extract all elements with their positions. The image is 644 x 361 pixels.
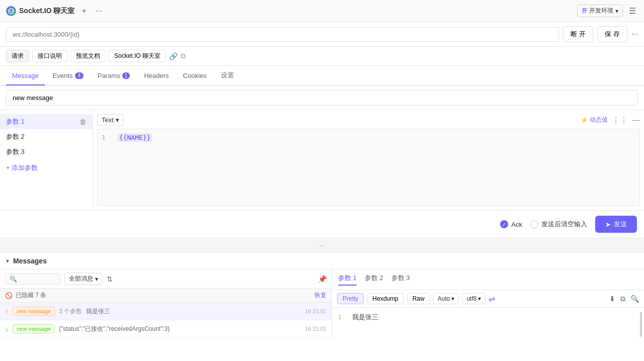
auto-select[interactable]: Auto ▾: [433, 293, 459, 304]
encoding-select[interactable]: utf8 ▾: [462, 293, 486, 304]
search-icon: 🔍: [10, 276, 17, 283]
detail-line-1: 1 我是张三: [338, 313, 638, 322]
send-label: 发送: [614, 220, 627, 229]
clear-after-send-checkbox[interactable]: 发送后清空输入: [530, 220, 587, 229]
app-logo: Socket.IO 聊天室: [6, 6, 74, 16]
type-selector[interactable]: Text ▾: [97, 114, 124, 126]
detail-tab-param3[interactable]: 参数 3: [391, 274, 410, 286]
tab-params-label: Params: [98, 72, 120, 79]
tab-events[interactable]: Events 4: [47, 67, 90, 85]
code-line-1: 1 {{NAME}}: [102, 133, 635, 142]
detail-tab-param2[interactable]: 参数 2: [365, 274, 383, 286]
message-badge-1: new message: [13, 307, 55, 316]
send-button[interactable]: ➤ 发送: [595, 216, 637, 233]
tab-settings-label: 设置: [221, 71, 234, 80]
sort-icon[interactable]: ⇅: [107, 275, 113, 283]
param-2-label: 参数 2: [6, 132, 25, 141]
messages-right-panel: 参数 1 参数 2 参数 3 Pretty Hexdump Raw Auto ▾…: [332, 269, 644, 338]
fmt-pretty-button[interactable]: Pretty: [337, 293, 364, 304]
param-item-3[interactable]: 参数 3: [0, 144, 93, 159]
wrap-icon[interactable]: ⇌: [489, 294, 495, 304]
env-label: 开发环境: [589, 7, 613, 15]
messages-title: Messages: [13, 257, 47, 265]
url-more-button[interactable]: ···: [631, 30, 638, 39]
detail-tab-param1[interactable]: 参数 1: [338, 274, 357, 286]
more-tabs-button[interactable]: ···: [94, 6, 104, 17]
tab-params[interactable]: Params 1: [92, 67, 136, 85]
link-icon: 🔗: [169, 52, 178, 60]
tab-params-badge: 1: [122, 72, 130, 79]
breadcrumb-requests[interactable]: 请求: [6, 50, 29, 62]
params-list: 参数 1 🗑 参数 2 参数 3 + 添加参数: [0, 110, 93, 210]
tab-cookies[interactable]: Cookies: [177, 67, 213, 85]
copy-detail-icon[interactable]: ⧉: [620, 295, 625, 303]
messages-header: ▾ Messages: [0, 253, 644, 269]
search-detail-icon[interactable]: 🔍: [630, 295, 639, 303]
tab-message-label: Message: [12, 72, 39, 79]
collapse-icon[interactable]: ▾: [6, 257, 9, 264]
message-up-icon: ↑: [5, 307, 9, 315]
breadcrumb-docs[interactable]: 预览文档: [70, 50, 106, 62]
editor-filter-icon[interactable]: ⋮⋮: [612, 115, 628, 125]
editor-minimize-icon[interactable]: —: [632, 116, 640, 125]
dynamic-value-button[interactable]: ⚡ 动态值: [581, 116, 608, 124]
disconnect-button[interactable]: 断 开: [563, 26, 593, 42]
fmt-raw-button[interactable]: Raw: [407, 293, 430, 304]
params-area: 参数 1 🗑 参数 2 参数 3 + 添加参数 Text ▾ ⚡ 动态值 ⋮⋮ …: [0, 110, 644, 211]
tab-cookies-label: Cookies: [183, 72, 207, 79]
download-icon[interactable]: ⬇: [609, 295, 615, 303]
event-name-row: [0, 86, 644, 110]
messages-body: 🔍 全部消息 ▾ ⇅ 📌 🚫 已隐藏 7 条 恢复 ↑: [0, 269, 644, 338]
dynamic-icon: ⚡: [581, 117, 588, 124]
env-chevron-icon: ▾: [615, 8, 618, 15]
tab-headers[interactable]: Headers: [138, 67, 175, 85]
fmt-hexdump-button[interactable]: Hexdump: [367, 293, 404, 304]
code-value: {{NAME}}: [118, 133, 152, 142]
message-list: ↑ new message 3 个参数 我是张三 16:21:01 ↓ new …: [0, 303, 332, 338]
code-editor[interactable]: 1 {{NAME}}: [97, 129, 640, 206]
param-item-2[interactable]: 参数 2: [0, 129, 93, 144]
type-chevron-icon: ▾: [116, 116, 119, 124]
message-filter-select[interactable]: 全部消息 ▾: [64, 273, 103, 285]
auto-label: Auto: [438, 295, 450, 302]
event-name-input[interactable]: [6, 90, 638, 106]
filter-label: 全部消息: [69, 275, 93, 283]
env-selector[interactable]: 开 开发环境 ▾: [577, 5, 623, 17]
breadcrumb-chatroom[interactable]: Socket.IO 聊天室: [109, 50, 166, 62]
clear-label: 发送后清空输入: [541, 220, 587, 229]
encoding-chevron-icon: ▾: [478, 295, 481, 302]
filter-chevron-icon: ▾: [95, 276, 98, 283]
scrollbar-indicator: [640, 312, 642, 337]
line-number-1: 1: [102, 134, 106, 141]
message-preview-1: 我是张三: [86, 307, 301, 316]
url-bar: 断 开 保 存 ···: [0, 22, 644, 47]
ack-checkbox[interactable]: ✓ Ack: [500, 220, 522, 228]
url-input[interactable]: [6, 27, 559, 42]
message-time-1: 16:21:01: [305, 308, 327, 314]
divider[interactable]: ···: [0, 238, 644, 253]
add-param-button[interactable]: + 添加参数: [0, 159, 93, 176]
main-tabs: Message Events 4 Params 1 Headers Cookie…: [0, 66, 644, 86]
tab-message[interactable]: Message: [6, 67, 45, 85]
copy-icon[interactable]: ⧉: [181, 52, 186, 60]
pin-icon[interactable]: 📌: [318, 275, 327, 283]
detail-value: 我是张三: [352, 313, 378, 322]
messages-search-bar: 🔍 全部消息 ▾ ⇅ 📌: [0, 269, 332, 289]
save-button[interactable]: 保 存: [597, 26, 627, 42]
param-3-label: 参数 3: [6, 147, 25, 156]
message-row-1[interactable]: ↑ new message 3 个参数 我是张三 16:21:01: [0, 303, 332, 320]
messages-search-box[interactable]: 🔍: [5, 274, 60, 285]
messages-section: ▾ Messages 🔍 全部消息 ▾ ⇅ 📌 🚫 已隐藏 7 条: [0, 253, 644, 338]
message-down-icon: ↓: [5, 325, 9, 333]
message-row-2[interactable]: ↓ new message {"status":"已接收","receivedA…: [0, 320, 332, 338]
breadcrumb-interface[interactable]: 接口说明: [32, 50, 67, 62]
add-tab-button[interactable]: +: [79, 6, 88, 17]
param-1-delete[interactable]: 🗑: [79, 118, 87, 126]
param-item-1[interactable]: 参数 1 🗑: [0, 114, 93, 129]
message-time-2: 16:21:01: [305, 326, 327, 332]
restore-button[interactable]: 恢复: [314, 291, 327, 300]
tab-settings[interactable]: 设置: [215, 66, 240, 86]
ack-check-icon: ✓: [500, 220, 508, 228]
menu-button[interactable]: ☰: [627, 5, 638, 17]
hidden-icon: 🚫: [5, 292, 13, 299]
